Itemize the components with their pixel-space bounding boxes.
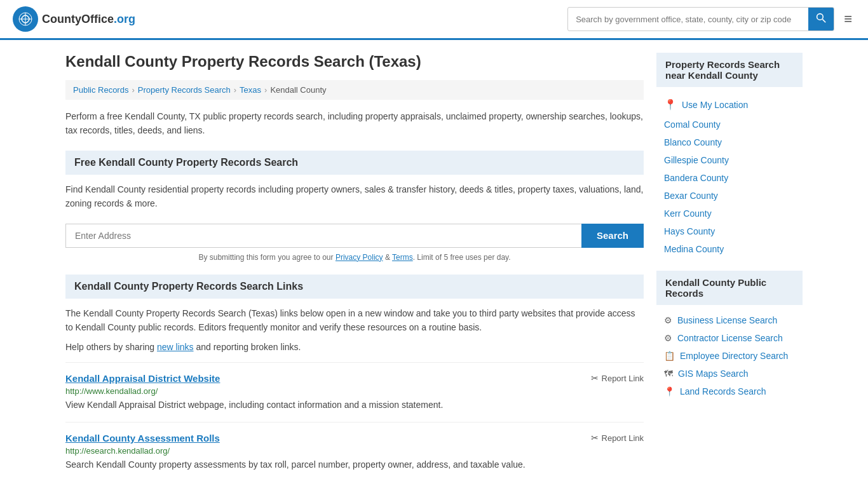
- page-title: Kendall County Property Records Search (…: [65, 53, 644, 71]
- sidebar-pr-item-1[interactable]: ⚙ Contractor License Search: [656, 329, 803, 347]
- svg-line-4: [823, 19, 826, 22]
- nearby-header: Property Records Search near Kendall Cou…: [656, 53, 803, 87]
- report-link-0-label: Report Link: [602, 374, 644, 383]
- hamburger-menu[interactable]: ≡: [841, 8, 855, 30]
- report-link-0[interactable]: ✂ Report Link: [591, 373, 644, 383]
- link-item-1-title[interactable]: Kendall County Assessment Rolls: [65, 433, 220, 444]
- pr-link-3[interactable]: GIS Maps Search: [678, 369, 749, 379]
- pr-icon-4: 📍: [664, 386, 675, 396]
- breadcrumb-sep-1: ›: [132, 85, 134, 95]
- logo-area: CountyOffice.org: [13, 6, 135, 32]
- nearby-counties-list: Comal County Blanco County Gillespie Cou…: [656, 116, 803, 258]
- breadcrumb-current: Kendall County: [270, 85, 326, 95]
- links-description: The Kendall County Property Records Sear…: [65, 306, 644, 335]
- global-search-bar: [567, 7, 834, 31]
- link-item-0-url[interactable]: http://www.kendallad.org/: [65, 386, 644, 396]
- public-records-section: Kendall County Public Records ⚙ Business…: [656, 271, 803, 400]
- free-search-description: Find Kendall County residential property…: [65, 182, 644, 211]
- form-note-prefix: By submitting this form you agree to our: [198, 253, 335, 262]
- main-content: Kendall County Property Records Search (…: [65, 53, 644, 482]
- global-search-input[interactable]: [568, 10, 808, 29]
- sidebar-county-5[interactable]: Kerr County: [656, 205, 803, 222]
- privacy-policy-link[interactable]: Privacy Policy: [336, 253, 383, 262]
- header-right: ≡: [567, 7, 855, 31]
- logo-icon: [13, 6, 38, 32]
- link-item-1-url[interactable]: http://esearch.kendallad.org/: [65, 446, 644, 456]
- free-search-header: Free Kendall County Property Records Sea…: [65, 151, 644, 175]
- link-item-0-title[interactable]: Kendall Appraisal District Website: [65, 373, 220, 384]
- main-container: Kendall County Property Records Search (…: [53, 40, 815, 488]
- sidebar-pr-item-3[interactable]: 🗺 GIS Maps Search: [656, 365, 803, 383]
- share-prefix: Help others by sharing: [65, 342, 157, 352]
- breadcrumb-texas[interactable]: Texas: [240, 85, 261, 95]
- sidebar-county-6[interactable]: Hays County: [656, 222, 803, 240]
- breadcrumb-sep-2: ›: [234, 85, 236, 95]
- sidebar-pr-item-0[interactable]: ⚙ Business License Search: [656, 311, 803, 329]
- use-location-label: Use My Location: [682, 100, 748, 110]
- pr-icon-0: ⚙: [664, 315, 672, 325]
- breadcrumb-property-records[interactable]: Property Records Search: [138, 85, 231, 95]
- link-item-1-header: Kendall County Assessment Rolls ✂ Report…: [65, 433, 644, 444]
- svg-point-3: [817, 14, 824, 20]
- pr-icon-1: ⚙: [664, 333, 672, 343]
- links-section-header: Kendall County Property Records Search L…: [65, 274, 644, 299]
- sidebar-county-1[interactable]: Blanco County: [656, 133, 803, 151]
- report-icon-1: ✂: [591, 433, 599, 443]
- sidebar: Property Records Search near Kendall Cou…: [656, 53, 803, 482]
- address-search-form: Search: [65, 224, 644, 248]
- report-icon-0: ✂: [591, 373, 599, 383]
- page-description: Perform a free Kendall County, TX public…: [65, 109, 644, 138]
- pr-icon-2: 📋: [664, 351, 675, 361]
- report-link-1[interactable]: ✂ Report Link: [591, 433, 644, 443]
- pr-link-2[interactable]: Employee Directory Search: [680, 351, 788, 361]
- share-suffix: and reporting broken links.: [194, 342, 301, 352]
- sidebar-county-2[interactable]: Gillespie County: [656, 151, 803, 169]
- breadcrumb: Public Records › Property Records Search…: [65, 80, 644, 100]
- new-links-link[interactable]: new links: [157, 342, 194, 352]
- sidebar-pr-item-4[interactable]: 📍 Land Records Search: [656, 383, 803, 400]
- site-header: CountyOffice.org ≡: [0, 0, 868, 40]
- global-search-button[interactable]: [808, 8, 834, 30]
- form-note: By submitting this form you agree to our…: [65, 253, 644, 262]
- sidebar-county-7[interactable]: Medina County: [656, 240, 803, 258]
- sidebar-county-4[interactable]: Bexar County: [656, 187, 803, 205]
- address-search-button[interactable]: Search: [581, 224, 644, 248]
- sidebar-county-0[interactable]: Comal County: [656, 116, 803, 133]
- sidebar-county-3[interactable]: Bandera County: [656, 169, 803, 187]
- logo-text: CountyOffice.org: [42, 13, 135, 26]
- sidebar-pr-item-2[interactable]: 📋 Employee Directory Search: [656, 347, 803, 365]
- pin-icon: 📍: [664, 98, 677, 111]
- and-text: &: [383, 253, 392, 262]
- terms-link[interactable]: Terms: [392, 253, 413, 262]
- pr-link-0[interactable]: Business License Search: [677, 315, 777, 325]
- breadcrumb-public-records[interactable]: Public Records: [73, 85, 128, 95]
- pr-icon-3: 🗺: [664, 369, 673, 379]
- link-item-0-header: Kendall Appraisal District Website ✂ Rep…: [65, 373, 644, 384]
- link-item-1-desc: Search Kendall County property assessmen…: [65, 458, 644, 471]
- pr-link-1[interactable]: Contractor License Search: [677, 333, 783, 343]
- link-item-0-desc: View Kendall Appraisal District webpage,…: [65, 398, 644, 412]
- breadcrumb-sep-3: ›: [264, 85, 267, 95]
- link-item-1: Kendall County Assessment Rolls ✂ Report…: [65, 422, 644, 482]
- share-text: Help others by sharing new links and rep…: [65, 342, 644, 352]
- form-note-suffix: . Limit of 5 free uses per day.: [413, 253, 511, 262]
- pr-link-4[interactable]: Land Records Search: [680, 386, 766, 396]
- use-location[interactable]: 📍 Use My Location: [656, 93, 803, 116]
- address-input[interactable]: [65, 224, 581, 248]
- public-records-header: Kendall County Public Records: [656, 271, 803, 305]
- report-link-1-label: Report Link: [602, 433, 644, 443]
- link-item-0: Kendall Appraisal District Website ✂ Rep…: [65, 362, 644, 422]
